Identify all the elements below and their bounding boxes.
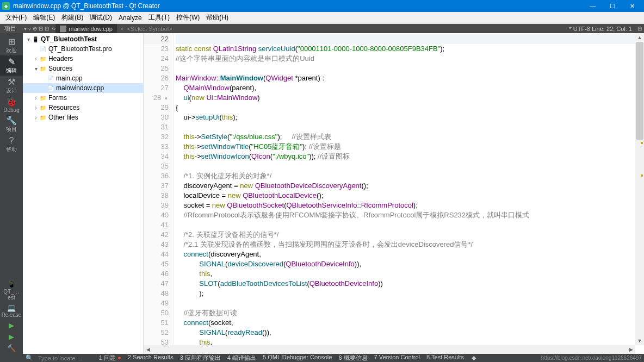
tree-item-QT_BluetoothTest.pro[interactable]: 📄QT_BluetoothTest.pro — [23, 44, 143, 54]
mode-项目[interactable]: 🔧项目 — [0, 114, 23, 134]
kit-button-4[interactable]: 🔨 — [0, 342, 23, 354]
tree-item-Resources[interactable]: ›📁Resources — [23, 103, 143, 113]
mode-设计[interactable]: ⚒设计 — [0, 76, 23, 96]
line-number[interactable]: 36 — [144, 171, 169, 181]
line-number[interactable]: 50 — [144, 308, 169, 318]
line-number[interactable]: 30 — [144, 113, 169, 122]
mode-欢迎[interactable]: ⊞欢迎 — [0, 35, 23, 55]
kit-button-0[interactable]: 📱QT_…est — [0, 279, 23, 302]
code-line[interactable]: connect(socket, — [176, 318, 642, 328]
line-number[interactable]: 25 — [144, 64, 169, 73]
line-number[interactable]: 45 — [144, 259, 169, 269]
line-number[interactable]: 38 — [144, 191, 169, 201]
line-number[interactable]: 27 — [144, 83, 169, 93]
status-pane-6[interactable]: 7 Version Control — [371, 354, 423, 362]
line-number[interactable]: 39 — [144, 201, 169, 210]
filter-icon[interactable]: ▾ ▿ — [24, 26, 31, 32]
file-tab[interactable]: mainwindow.cpp — [55, 24, 117, 33]
line-number[interactable]: 41 — [144, 220, 169, 230]
line-number[interactable]: 33 — [144, 142, 169, 152]
line-number[interactable]: 42 — [144, 230, 169, 240]
split-icon[interactable]: ⊟ ⊡ — [39, 26, 49, 32]
kit-button-2[interactable]: ▶ — [0, 320, 23, 331]
code-line[interactable] — [176, 122, 642, 132]
search-icon[interactable]: 🔍 — [23, 354, 36, 361]
code-line[interactable]: this->setWindowTitle("HC05蓝牙音箱"); //设置标题 — [176, 142, 642, 152]
close-button[interactable]: ✕ — [622, 0, 642, 12]
line-number[interactable]: 22 — [144, 34, 169, 44]
code-line[interactable] — [176, 34, 642, 44]
line-number[interactable]: 31 — [144, 122, 169, 132]
line-number[interactable]: 48 — [144, 289, 169, 298]
code-line[interactable] — [176, 64, 642, 73]
line-number[interactable]: 34 — [144, 152, 169, 161]
tree-item-main.cpp[interactable]: 📄main.cpp — [23, 73, 143, 83]
code-line[interactable]: this, — [176, 269, 642, 279]
code-line[interactable]: ); — [176, 289, 642, 298]
line-number[interactable]: 29 — [144, 103, 169, 113]
tree-item-mainwindow.cpp[interactable]: 📄mainwindow.cpp — [23, 83, 143, 93]
maximize-button[interactable]: ☐ — [603, 0, 622, 12]
line-number[interactable]: 40 — [144, 210, 169, 220]
status-pane-0[interactable]: 1 问题 ● — [96, 354, 125, 362]
menu-item-1[interactable]: 编辑(E) — [30, 12, 58, 23]
code-line[interactable] — [176, 161, 642, 171]
line-number[interactable]: 24 — [144, 54, 169, 64]
status-pane-2[interactable]: 3 应用程序输出 — [177, 354, 224, 362]
code-line[interactable]: socket = new QBluetoothSocket(QBluetooth… — [176, 201, 642, 210]
tree-arrow-icon[interactable]: › — [33, 115, 39, 121]
code-line[interactable]: MainWindow::MainWindow(QWidget *parent) … — [176, 73, 642, 83]
status-pane-4[interactable]: 5 QML Debugger Console — [259, 354, 335, 362]
tree-arrow-icon[interactable]: ▾ — [25, 36, 32, 42]
code-line[interactable]: ui->setupUi(this); — [176, 113, 642, 122]
line-number[interactable]: 43 — [144, 240, 169, 249]
status-pane-5[interactable]: 6 概要信息 — [335, 354, 370, 362]
menu-item-3[interactable]: 调试(D) — [86, 12, 115, 23]
tree-item-Forms[interactable]: ›📁Forms — [23, 93, 143, 103]
minimize-button[interactable]: — — [583, 0, 603, 12]
code-line[interactable]: /*2. 关联蓝牙设备相关的信号*/ — [176, 230, 642, 240]
code-line[interactable]: SLOT(addBlueToothDevicesToList(QBluetoot… — [176, 279, 642, 289]
code-area[interactable]: static const QLatin1String serviceUuid("… — [174, 33, 644, 354]
tree-item-QT_BluetoothTest[interactable]: ▾📱QT_BluetoothTest — [23, 34, 143, 44]
tree-item-Headers[interactable]: ›📁Headers — [23, 54, 143, 64]
project-tree[interactable]: ▾📱QT_BluetoothTest📄QT_BluetoothTest.pro›… — [23, 33, 144, 354]
tree-arrow-icon[interactable]: › — [33, 105, 39, 111]
cursor-position[interactable]: * UTF-8 Line: 22, Col: 1 — [566, 26, 635, 32]
status-pane-7[interactable]: 8 Test Results — [423, 354, 467, 362]
scroll-left-icon[interactable]: ◀ — [144, 347, 152, 352]
tree-arrow-icon[interactable]: ▾ — [33, 66, 39, 72]
code-line[interactable]: //蓝牙有数据可读 — [176, 308, 642, 318]
code-line[interactable]: connect(discoveryAgent, — [176, 249, 642, 259]
line-number[interactable]: 44 — [144, 249, 169, 259]
kit-button-3[interactable]: ▶ — [0, 331, 23, 342]
code-line[interactable]: this->SetStyle(":/qss/blue.css"); //设置样式… — [176, 132, 642, 142]
code-line[interactable]: //这个字符串里面的内容就是串口模式的Uuid — [176, 54, 642, 64]
close-symbol-icon[interactable]: × — [120, 26, 123, 32]
code-line[interactable]: localDevice = new QBluetoothLocalDevice(… — [176, 191, 642, 201]
code-line[interactable] — [176, 220, 642, 230]
line-number[interactable]: 37 — [144, 181, 169, 191]
tree-item-Other files[interactable]: ›📁Other files — [23, 113, 143, 122]
code-line[interactable]: this->setWindowIcon(QIcon(":/wbyq.ico"))… — [176, 152, 642, 161]
code-line[interactable]: discoveryAgent = new QBluetoothDeviceDis… — [176, 181, 642, 191]
mode-编辑[interactable]: ✎编辑 — [0, 55, 23, 76]
menu-item-0[interactable]: 文件(F) — [2, 12, 30, 23]
horizontal-scrollbar[interactable]: ◀ ▶ — [144, 345, 635, 354]
line-number[interactable]: 49 — [144, 298, 169, 308]
line-number[interactable]: 35 — [144, 161, 169, 171]
menu-item-7[interactable]: 帮助(H) — [203, 12, 232, 23]
line-number[interactable]: 26 — [144, 73, 169, 83]
code-line[interactable] — [176, 298, 642, 308]
line-number[interactable]: 46 — [144, 269, 169, 279]
scroll-right-icon[interactable]: ▶ — [627, 347, 635, 352]
status-pane-3[interactable]: 4 编译输出 — [224, 354, 259, 362]
line-gutter[interactable]: 22 23 24 25 26 27 28 ▾29 30 31 32 33 34 … — [144, 33, 174, 354]
line-number[interactable]: 23 — [144, 44, 169, 54]
tree-item-Sources[interactable]: ▾📁Sources — [23, 64, 143, 73]
tree-arrow-icon[interactable]: › — [33, 56, 39, 62]
code-line[interactable]: { — [176, 103, 642, 113]
code-line[interactable]: /*2.1 关联发现设备的槽函数，当扫描发现周围的蓝牙设备时，会发出device… — [176, 240, 642, 249]
line-number[interactable]: 51 — [144, 318, 169, 328]
menu-item-6[interactable]: 控件(W) — [173, 12, 203, 23]
